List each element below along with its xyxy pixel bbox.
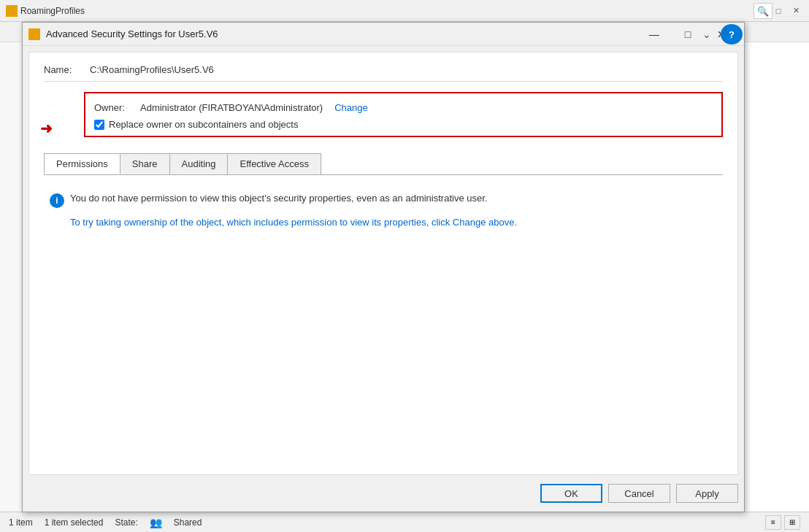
taskbar: RoamingProfiles — □ ✕: [0, 0, 809, 22]
ok-button[interactable]: OK: [540, 484, 602, 503]
info-icon: i: [50, 193, 64, 208]
dialog-title: Advanced Security Settings for User5.V6: [46, 28, 637, 39]
statusbar-state-label: State:: [115, 517, 137, 528]
owner-box: Owner: Administrator (FIRATBOYAN\Adminis…: [84, 92, 723, 137]
statusbar-selected: 1 item selected: [45, 517, 104, 528]
replace-owner-row: Replace owner on subcontainers and objec…: [94, 119, 713, 130]
search-icon: 🔍: [757, 6, 769, 17]
taskbar-title: RoamingProfiles: [20, 6, 85, 16]
dialog-body: Name: C:\RoamingProfiles\User5.V6 ➜ Owne…: [28, 52, 738, 475]
large-icons-view-icon[interactable]: ⊞: [784, 515, 800, 530]
owner-label: Owner:: [94, 102, 134, 113]
owner-section: ➜ Owner: Administrator (FIRATBOYAN\Admin…: [84, 89, 723, 140]
tab-auditing[interactable]: Auditing: [169, 153, 229, 174]
apply-button[interactable]: Apply: [676, 484, 738, 503]
folder-icon: [6, 5, 18, 17]
tab-permissions[interactable]: Permissions: [44, 153, 120, 174]
search-box[interactable]: 🔍: [754, 3, 772, 19]
replace-owner-checkbox[interactable]: [94, 120, 104, 130]
dialog-footer: OK Cancel Apply: [23, 475, 744, 512]
name-value: C:\RoamingProfiles\User5.V6: [90, 64, 214, 75]
owner-row: Owner: Administrator (FIRATBOYAN\Adminis…: [94, 99, 713, 116]
tabs-container: Permissions Share Auditing Effective Acc…: [44, 153, 723, 175]
statusbar: 1 item 1 item selected State: 👥 Shared ≡…: [0, 512, 809, 532]
statusbar-count: 1 item: [9, 517, 33, 528]
statusbar-view-icons: ≡ ⊞: [765, 515, 800, 530]
details-view-icon[interactable]: ≡: [765, 515, 781, 530]
help-button[interactable]: ?: [721, 24, 743, 45]
tab-share[interactable]: Share: [120, 153, 170, 174]
dialog-minimize-button[interactable]: —: [637, 23, 671, 46]
tab-effective-access[interactable]: Effective Access: [227, 153, 321, 174]
owner-value: Administrator (FIRATBOYAN\Administrator): [140, 102, 323, 113]
cancel-button[interactable]: Cancel: [608, 484, 670, 503]
dialog-titlebar: Advanced Security Settings for User5.V6 …: [23, 23, 744, 46]
owner-change-link[interactable]: Change: [334, 102, 368, 113]
statusbar-state-icon: 👥: [150, 517, 162, 528]
permissions-tab-content: i You do not have permission to view thi…: [44, 182, 723, 463]
replace-owner-label: Replace owner on subcontainers and objec…: [109, 119, 298, 130]
dialog-folder-icon: [28, 28, 40, 40]
taskbar-close-button[interactable]: ✕: [789, 4, 803, 18]
red-arrow-indicator: ➜: [40, 120, 53, 137]
name-label: Name:: [44, 64, 84, 75]
name-row: Name: C:\RoamingProfiles\User5.V6: [44, 64, 723, 82]
help-area: ⌄ ?: [696, 24, 743, 45]
advanced-security-dialog: Advanced Security Settings for User5.V6 …: [22, 22, 745, 512]
info-text: You do not have permission to view this …: [70, 193, 487, 204]
ownership-message: To try taking ownership of the object, w…: [70, 217, 717, 228]
taskbar-maximize-button[interactable]: □: [771, 4, 786, 18]
statusbar-state-value: Shared: [174, 517, 202, 528]
chevron-down-button[interactable]: ⌄: [696, 24, 718, 45]
info-message: i You do not have permission to view thi…: [50, 193, 717, 208]
